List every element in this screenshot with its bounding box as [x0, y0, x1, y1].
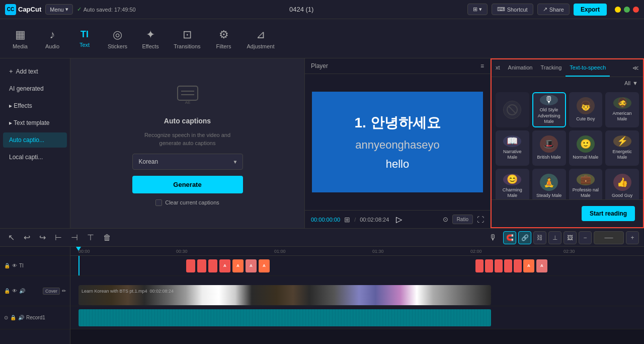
caption-clip-6[interactable]: A [259, 259, 270, 272]
tab-text-to-speech[interactable]: Text-to-speech [566, 59, 610, 77]
voice-charming-male[interactable]: 😊 Charming Male [496, 169, 529, 199]
voice-narrative-male[interactable]: 📖 Narrative Male [496, 130, 529, 166]
tool-media[interactable]: ▦ Media [5, 25, 35, 52]
play-button[interactable]: ▷ [396, 215, 402, 224]
tool-adjustment[interactable]: ⊿ Adjustment [241, 25, 281, 52]
lock-icon[interactable]: 🔒 [4, 263, 10, 268]
tool-text[interactable]: TI Text [69, 26, 100, 51]
ratio-button[interactable]: Ratio [452, 215, 473, 224]
thumbnail-tool[interactable]: 🖼 [564, 231, 577, 244]
fit-screen-icon[interactable]: ⊙ [443, 216, 448, 223]
voice-normal-male[interactable]: 🙂 Normal Male [569, 130, 603, 166]
caption-clip-12[interactable]: A [523, 259, 534, 272]
zoom-fit-tool[interactable]: + [626, 231, 639, 244]
time-marker-4: 02:00 [470, 249, 482, 254]
zoom-out-tool[interactable]: − [579, 231, 592, 244]
zoom-range[interactable]: ── [594, 231, 624, 244]
caption-clip-8[interactable] [485, 259, 493, 272]
time-marker-2: 01:00 [274, 249, 286, 254]
menu-button[interactable]: Menu ▾ [45, 4, 73, 15]
mic-icon[interactable]: 🎙 [486, 231, 500, 244]
add-text-button[interactable]: + Add text [3, 63, 67, 79]
caption-clip-5[interactable]: A [246, 259, 257, 272]
split-audio-tool[interactable]: ⊥ [548, 231, 561, 244]
caption-clip-2[interactable] [197, 259, 206, 272]
all-filter-button[interactable]: All ▼ [624, 80, 638, 86]
tab-animation[interactable]: Animation [504, 59, 537, 77]
start-reading-button[interactable]: Start reading [582, 206, 635, 221]
tool-filters[interactable]: ⚙ Filters [209, 25, 239, 52]
caption-clip-3[interactable] [208, 259, 217, 272]
volume-icon[interactable]: 🔊 [18, 315, 24, 320]
caption-clip-1[interactable] [186, 259, 195, 272]
caption-clip-11[interactable] [514, 259, 522, 272]
voice-none-avatar [503, 101, 521, 119]
eye-icon[interactable]: 👁 [12, 288, 17, 294]
panel-close-icon[interactable]: ≪ [628, 59, 643, 77]
tab-xt[interactable]: xt [492, 59, 504, 77]
voice-steady-male[interactable]: 🧘 Steady Male [532, 169, 566, 199]
export-button[interactable]: Export [574, 4, 607, 16]
unlink-tool[interactable]: ⛓ [533, 231, 546, 244]
lock-icon[interactable]: 🔒 [4, 288, 10, 294]
split-tool[interactable]: ⊢ [52, 231, 65, 244]
top-right-actions: ⊞ ▾ ⌨ Shortcut ↗ Share Export [467, 4, 639, 16]
voice-old-style-advertising-male[interactable]: 🎙 Old Style Advertising Male [532, 92, 566, 127]
caption-clip-13[interactable]: A [536, 259, 547, 272]
player-menu-icon[interactable]: ≡ [480, 62, 484, 70]
generate-button[interactable]: Generate [132, 176, 243, 193]
caption-clip-10[interactable] [504, 259, 512, 272]
voice-british-male[interactable]: 🎩 British Male [532, 130, 566, 166]
share-button[interactable]: ↗ Share [537, 4, 570, 15]
effects-button[interactable]: ▸ Effects [3, 98, 67, 113]
voice-american-male[interactable]: 🧔 American Male [605, 92, 639, 127]
delete-tool[interactable]: 🗑 [100, 231, 114, 244]
video-track-label: 🔒 👁 🔊 Cover ✏ [0, 276, 70, 306]
cursor-tool[interactable]: ↖ [5, 231, 18, 244]
fullscreen-icon[interactable]: ⛶ [477, 216, 484, 224]
eye-icon[interactable]: 👁 [12, 263, 17, 268]
minimize-button[interactable] [615, 7, 621, 13]
tool-transitions[interactable]: ⊡ Transitions [168, 25, 206, 52]
split-left-tool[interactable]: ⊣ [68, 231, 81, 244]
voice-name: Steady Male [536, 193, 561, 199]
volume-icon[interactable]: 🔊 [19, 288, 25, 294]
audio-wave[interactable] [78, 309, 491, 326]
voice-energetic-male[interactable]: ⚡ Energetic Male [605, 130, 639, 166]
caption-clip-4[interactable]: A [232, 259, 244, 272]
left-panel: + Add text AI generated ▸ Effects ▸ Text… [0, 58, 70, 228]
voice-good-guy[interactable]: 👍 Good Guy [605, 169, 639, 199]
tool-stickers[interactable]: ◎ Stickers [102, 25, 133, 52]
svg-rect-0 [178, 86, 198, 100]
shortcut-button[interactable]: ⌨ Shortcut [492, 4, 533, 15]
lock-icon[interactable]: 🔒 [10, 315, 16, 320]
display-mode-button[interactable]: ⊞ ▾ [467, 4, 488, 15]
caption-clip-a[interactable]: A [219, 259, 230, 272]
text-template-button[interactable]: ▸ Text template [3, 115, 67, 130]
undo-button[interactable]: ↩ [21, 231, 33, 244]
tool-effects[interactable]: ✦ Effects [135, 25, 166, 52]
edit-icon[interactable]: ✏ [62, 288, 66, 294]
auto-captions-button[interactable]: Auto captio... [3, 132, 67, 148]
app-logo: CC CapCut [5, 4, 41, 15]
local-captions-button[interactable]: Local capti... [3, 150, 67, 165]
grid-view-icon[interactable]: ⊞ [344, 216, 350, 224]
close-button[interactable] [633, 7, 639, 13]
ai-generated-button[interactable]: AI generated [3, 81, 67, 96]
voice-none[interactable] [496, 92, 529, 127]
voice-cute-boy[interactable]: 👦 Cute Boy [569, 92, 603, 127]
voice-professional-male[interactable]: 💼 Professio nal Male [569, 169, 603, 199]
wave-visualization [78, 309, 491, 326]
tool-audio[interactable]: ♪ Audio [37, 25, 67, 52]
caption-clip-9[interactable] [495, 259, 503, 272]
link-tool[interactable]: 🔗 [518, 231, 531, 244]
maximize-button[interactable] [624, 7, 630, 13]
magnet-tool[interactable]: 🧲 [503, 231, 516, 244]
cover-label[interactable]: Cover [43, 288, 60, 295]
language-select[interactable]: Korean English Japanese Chinese [132, 154, 243, 170]
tab-tracking[interactable]: Tracking [536, 59, 566, 77]
redo-button[interactable]: ↪ [36, 231, 49, 244]
clear-captions-checkbox[interactable] [155, 199, 162, 206]
caption-clip-7[interactable] [475, 259, 484, 272]
split-right-tool[interactable]: ⊤ [84, 231, 97, 244]
